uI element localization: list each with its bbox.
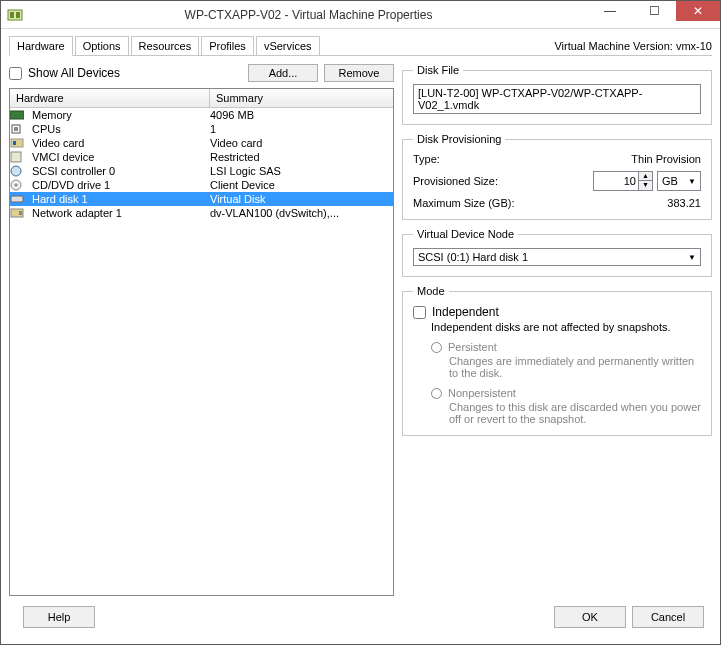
- hardware-table: Hardware Summary Memory4096 MB CPUs1 Vid…: [9, 88, 394, 596]
- show-all-devices-checkbox[interactable]: Show All Devices: [9, 66, 120, 80]
- svg-rect-7: [13, 141, 16, 145]
- hw-row-scsi[interactable]: SCSI controller 0LSI Logic SAS: [10, 164, 393, 178]
- nic-icon: [10, 208, 30, 218]
- tab-vservices[interactable]: vServices: [256, 36, 320, 55]
- prov-max-label: Maximum Size (GB):: [413, 197, 563, 209]
- video-icon: [10, 138, 30, 148]
- tabbar: Hardware Options Resources Profiles vSer…: [9, 35, 712, 56]
- svg-rect-3: [10, 111, 24, 119]
- window-title: WP-CTXAPP-V02 - Virtual Machine Properti…: [29, 8, 588, 22]
- hw-row-memory[interactable]: Memory4096 MB: [10, 108, 393, 122]
- hw-row-vmci[interactable]: VMCI deviceRestricted: [10, 150, 393, 164]
- virtual-device-node-group: Virtual Device Node SCSI (0:1) Hard disk…: [402, 228, 712, 277]
- maximize-button[interactable]: ☐: [632, 1, 676, 21]
- svg-rect-14: [19, 211, 22, 215]
- memory-icon: [10, 110, 30, 120]
- independent-checkbox[interactable]: Independent: [413, 305, 701, 319]
- svg-point-11: [15, 184, 18, 187]
- cd-icon: [10, 179, 30, 191]
- hw-row-cd[interactable]: CD/DVD drive 1Client Device: [10, 178, 393, 192]
- disk-file-field[interactable]: [LUN-T2-00] WP-CTXAPP-V02/WP-CTXAPP-V02_…: [413, 84, 701, 114]
- ok-button[interactable]: OK: [554, 606, 626, 628]
- chevron-down-icon: ▼: [688, 177, 696, 186]
- prov-size-label: Provisioned Size:: [413, 175, 533, 187]
- svg-rect-5: [14, 127, 18, 131]
- add-button[interactable]: Add...: [248, 64, 318, 82]
- nonpersistent-radio: Nonpersistent: [431, 387, 701, 399]
- independent-desc: Independent disks are not affected by sn…: [431, 321, 701, 333]
- close-button[interactable]: ✕: [676, 1, 720, 21]
- show-all-devices-input[interactable]: [9, 67, 22, 80]
- disk-icon: [10, 194, 30, 204]
- disk-file-group: Disk File [LUN-T2-00] WP-CTXAPP-V02/WP-C…: [402, 64, 712, 125]
- nonpersistent-desc: Changes to this disk are discarded when …: [449, 401, 701, 425]
- svg-rect-8: [11, 152, 21, 162]
- prov-size-input[interactable]: ▲▼: [593, 171, 653, 191]
- vm-version-label: Virtual Machine Version: vmx-10: [554, 40, 712, 55]
- hw-row-harddisk[interactable]: Hard disk 1Virtual Disk: [10, 192, 393, 206]
- tab-profiles[interactable]: Profiles: [201, 36, 254, 55]
- cpu-icon: [10, 123, 30, 135]
- vm-properties-window: WP-CTXAPP-V02 - Virtual Machine Properti…: [0, 0, 721, 645]
- prov-type-label: Type:: [413, 153, 533, 165]
- remove-button[interactable]: Remove: [324, 64, 394, 82]
- persistent-desc: Changes are immediately and permanently …: [449, 355, 701, 379]
- hw-row-cpus[interactable]: CPUs1: [10, 122, 393, 136]
- svg-rect-2: [16, 12, 20, 18]
- disk-provisioning-group: Disk Provisioning Type: Thin Provision P…: [402, 133, 712, 220]
- hw-row-nic[interactable]: Network adapter 1dv-VLAN100 (dvSwitch),.…: [10, 206, 393, 220]
- prov-max-value: 383.21: [563, 197, 701, 209]
- svg-rect-1: [10, 12, 14, 18]
- svg-point-9: [11, 166, 21, 176]
- col-summary: Summary: [210, 89, 393, 107]
- chevron-down-icon: ▼: [688, 253, 696, 262]
- svg-rect-6: [11, 139, 23, 147]
- vmci-icon: [10, 151, 30, 163]
- svg-rect-12: [11, 196, 23, 202]
- radio-icon: [431, 388, 442, 399]
- tab-options[interactable]: Options: [75, 36, 129, 55]
- tab-resources[interactable]: Resources: [131, 36, 200, 55]
- titlebar: WP-CTXAPP-V02 - Virtual Machine Properti…: [1, 1, 720, 29]
- persistent-radio: Persistent: [431, 341, 701, 353]
- scsi-icon: [10, 165, 30, 177]
- prov-type-value: Thin Provision: [533, 153, 701, 165]
- hw-row-video[interactable]: Video cardVideo card: [10, 136, 393, 150]
- device-node-dropdown[interactable]: SCSI (0:1) Hard disk 1 ▼: [413, 248, 701, 266]
- col-hardware: Hardware: [10, 89, 210, 107]
- spin-down[interactable]: ▼: [639, 181, 652, 190]
- cancel-button[interactable]: Cancel: [632, 606, 704, 628]
- app-icon: [7, 7, 23, 23]
- spin-up[interactable]: ▲: [639, 172, 652, 181]
- tab-hardware[interactable]: Hardware: [9, 36, 73, 56]
- minimize-button[interactable]: —: [588, 1, 632, 21]
- mode-group: Mode Independent Independent disks are n…: [402, 285, 712, 436]
- prov-size-unit-dropdown[interactable]: GB▼: [657, 171, 701, 191]
- help-button[interactable]: Help: [23, 606, 95, 628]
- prov-size-value[interactable]: [594, 175, 638, 187]
- radio-icon: [431, 342, 442, 353]
